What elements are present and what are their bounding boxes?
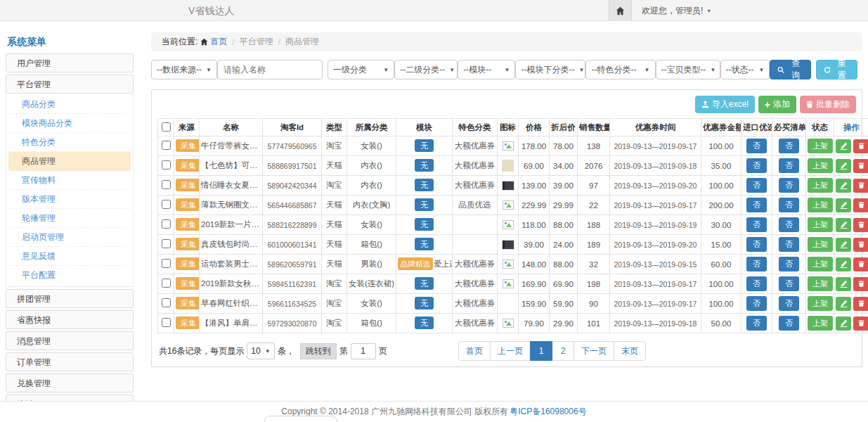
sidebar-item-promo-materials[interactable]: 宣传物料 <box>8 171 131 190</box>
must-buy-toggle[interactable]: 否 <box>779 178 799 193</box>
import-select-toggle[interactable]: 否 <box>746 237 767 252</box>
sidebar-group-exchange-management[interactable]: 兑换管理 <box>6 373 134 392</box>
status-button[interactable]: 上架 <box>808 257 833 271</box>
import-select-toggle[interactable]: 否 <box>746 158 767 173</box>
import-select-toggle[interactable]: 否 <box>746 178 767 193</box>
delete-button[interactable] <box>853 238 868 252</box>
add-button[interactable]: + 添加 <box>758 96 796 113</box>
must-buy-toggle[interactable]: 否 <box>779 139 799 153</box>
must-buy-toggle[interactable]: 否 <box>779 296 799 311</box>
jump-button[interactable]: 跳转到 <box>300 343 337 359</box>
edit-button[interactable] <box>836 139 851 153</box>
sidebar-item-special-category[interactable]: 特色分类 <box>8 133 131 152</box>
sidebar-item-platform-config[interactable]: 平台配置 <box>8 266 131 285</box>
import-select-toggle[interactable]: 否 <box>746 217 767 232</box>
edit-button[interactable] <box>836 159 851 173</box>
status-button[interactable]: 上架 <box>808 276 833 291</box>
delete-button[interactable] <box>853 297 868 311</box>
edit-button[interactable] <box>836 238 851 252</box>
delete-button[interactable] <box>853 316 868 331</box>
delete-button[interactable] <box>853 257 868 271</box>
row-checkbox[interactable] <box>162 239 171 248</box>
status-button[interactable]: 上架 <box>808 237 833 252</box>
name-search-input[interactable] <box>217 60 323 79</box>
edit-button[interactable] <box>836 198 851 212</box>
delete-button[interactable] <box>853 179 868 193</box>
import-select-toggle[interactable]: 否 <box>746 139 767 153</box>
row-checkbox[interactable] <box>162 298 171 307</box>
must-buy-toggle[interactable]: 否 <box>779 158 799 173</box>
breadcrumb-home-link[interactable]: 首页 <box>210 36 227 48</box>
import-select-toggle[interactable]: 否 <box>746 198 767 212</box>
must-buy-toggle[interactable]: 否 <box>779 316 799 331</box>
per-page-select[interactable]: 10 ▼ <box>247 343 274 359</box>
sidebar-item-module-goods-category[interactable]: 模块商品分类 <box>8 114 131 133</box>
edit-button[interactable] <box>836 257 851 271</box>
sidebar-group-platform-management[interactable]: 平台管理 <box>6 75 134 94</box>
level2-category-select[interactable]: --二级分类--▼ <box>394 60 458 79</box>
must-buy-toggle[interactable]: 否 <box>779 217 799 232</box>
search-button[interactable]: 查询 <box>770 60 811 79</box>
must-buy-toggle[interactable]: 否 <box>779 276 799 291</box>
prev-page-button[interactable]: 上一页 <box>490 341 531 361</box>
edit-button[interactable] <box>836 277 851 291</box>
user-menu[interactable]: 欢迎您，管理员! ▼ <box>642 5 711 17</box>
sidebar-group-message-management[interactable]: 消息管理 <box>6 331 134 350</box>
row-checkbox[interactable] <box>162 279 171 288</box>
last-page-button[interactable]: 末页 <box>614 341 646 361</box>
sidebar-group-user-management[interactable]: 用户管理 <box>6 53 134 72</box>
import-select-toggle[interactable]: 否 <box>746 276 767 291</box>
status-button[interactable]: 上架 <box>808 296 833 311</box>
page-jump-input[interactable] <box>351 343 376 359</box>
delete-button[interactable] <box>853 218 868 232</box>
delete-button[interactable] <box>853 159 868 173</box>
sidebar-group-order-management[interactable]: 订单管理 <box>6 352 134 371</box>
sidebar-group-savings-express-news[interactable]: 省惠快报 <box>6 310 134 329</box>
home-icon-button[interactable] <box>609 0 632 21</box>
module-subcategory-select[interactable]: --模块下分类--▼ <box>515 60 585 79</box>
delete-button[interactable] <box>853 198 868 212</box>
row-checkbox[interactable] <box>162 259 171 268</box>
sidebar-item-goods-management[interactable]: 商品管理 <box>8 152 131 171</box>
batch-delete-button[interactable]: 批量删除 <box>800 96 856 113</box>
row-checkbox[interactable] <box>162 318 171 327</box>
must-buy-toggle[interactable]: 否 <box>779 257 799 271</box>
edit-button[interactable] <box>836 218 851 232</box>
delete-button[interactable] <box>853 139 868 153</box>
import-select-toggle[interactable]: 否 <box>746 257 767 271</box>
sidebar-item-carousel-management[interactable]: 轮播管理 <box>8 209 131 228</box>
reset-button[interactable]: 重置 <box>816 60 857 79</box>
status-button[interactable]: 上架 <box>808 316 833 331</box>
row-checkbox[interactable] <box>162 219 171 229</box>
edit-button[interactable] <box>836 179 851 193</box>
edit-button[interactable] <box>836 316 851 331</box>
special-category-select[interactable]: --特色分类--▼ <box>585 60 655 79</box>
next-page-button[interactable]: 下一页 <box>574 341 614 361</box>
status-button[interactable]: 上架 <box>808 158 833 173</box>
level1-category-select[interactable]: 一级分类▼ <box>328 60 394 79</box>
sidebar-item-version-management[interactable]: 版本管理 <box>8 190 131 209</box>
page-number-button[interactable]: 1 <box>530 341 552 361</box>
item-type-select[interactable]: --宝贝类型--▼ <box>656 60 720 79</box>
data-source-select[interactable]: --数据来源--▼ <box>151 60 217 79</box>
status-button[interactable]: 上架 <box>808 139 833 153</box>
page-number-button[interactable]: 2 <box>552 341 574 361</box>
edit-button[interactable] <box>836 297 851 311</box>
sidebar-item-feedback[interactable]: 意见反馈 <box>8 247 131 266</box>
sidebar-item-splash-page-management[interactable]: 启动页管理 <box>8 228 131 247</box>
row-checkbox[interactable] <box>162 160 171 170</box>
import-select-toggle[interactable]: 否 <box>746 316 767 331</box>
delete-button[interactable] <box>853 277 868 291</box>
status-button[interactable]: 上架 <box>808 217 833 232</box>
select-all-checkbox[interactable] <box>162 122 171 132</box>
import-excel-button[interactable]: 导入excel <box>695 96 755 113</box>
import-select-toggle[interactable]: 否 <box>746 296 767 311</box>
first-page-button[interactable]: 首页 <box>458 341 491 361</box>
status-button[interactable]: 上架 <box>808 198 833 212</box>
sidebar-group-groupbuy-management[interactable]: 拼团管理 <box>6 289 134 308</box>
row-checkbox[interactable] <box>162 180 171 189</box>
must-buy-toggle[interactable]: 否 <box>779 237 799 252</box>
icp-link[interactable]: 粤ICP备16098006号 <box>510 406 586 418</box>
status-button[interactable]: 上架 <box>808 178 833 193</box>
module-select[interactable]: --模块--▼ <box>458 60 515 79</box>
